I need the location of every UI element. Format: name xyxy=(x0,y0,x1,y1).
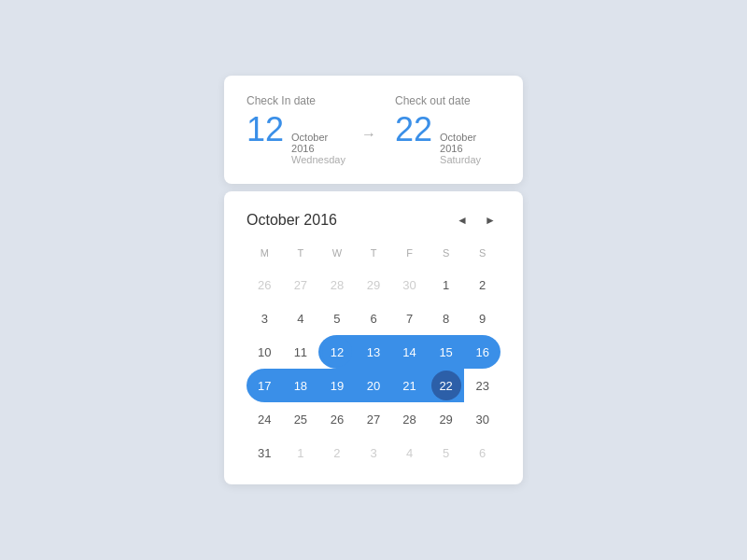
day-29-prev[interactable]: 29 xyxy=(356,268,392,301)
arrow-separator: → xyxy=(352,126,386,143)
checkin-day: 12 xyxy=(247,113,284,147)
calendar-week-1: 26 27 28 29 30 1 2 xyxy=(247,268,500,301)
day-1[interactable]: 1 xyxy=(428,268,465,301)
day-10[interactable]: 10 xyxy=(247,335,283,369)
weekday-wed: W xyxy=(318,247,356,268)
weekday-thu: T xyxy=(356,247,392,268)
day-26-prev[interactable]: 26 xyxy=(247,268,283,301)
day-25[interactable]: 25 xyxy=(283,402,319,436)
day-12-circle: 12 xyxy=(322,337,352,367)
calendar-week-5: 24 25 26 27 28 29 30 xyxy=(247,402,500,436)
day-31[interactable]: 31 xyxy=(247,436,283,469)
day-2[interactable]: 2 xyxy=(464,268,500,301)
day-3[interactable]: 3 xyxy=(247,301,283,335)
checkout-weekday: Saturday xyxy=(440,154,500,165)
checkout-label: Check out date xyxy=(395,94,500,107)
prev-month-button[interactable]: ◄ xyxy=(452,210,472,231)
next-month-button[interactable]: ► xyxy=(480,210,500,231)
day-22-circle: 22 xyxy=(431,371,461,400)
main-container: Check In date 12 October 2016 Wednesday … xyxy=(224,76,523,484)
day-22[interactable]: 22 xyxy=(428,369,465,402)
day-28-prev[interactable]: 28 xyxy=(318,268,356,301)
calendar-grid: M T W T F S S 26 27 28 29 30 1 xyxy=(247,247,500,469)
day-6[interactable]: 6 xyxy=(356,301,392,335)
weekday-tue: T xyxy=(283,247,319,268)
day-6-next[interactable]: 6 xyxy=(464,436,500,469)
checkout-block: Check out date 22 October 2016 Saturday xyxy=(386,94,500,165)
day-30-prev[interactable]: 30 xyxy=(391,268,428,301)
day-9[interactable]: 9 xyxy=(464,301,500,335)
day-16[interactable]: 16 xyxy=(464,335,500,369)
day-24[interactable]: 24 xyxy=(247,402,283,436)
day-19[interactable]: 19 xyxy=(318,369,356,402)
day-7[interactable]: 7 xyxy=(391,301,428,335)
weekday-mon: M xyxy=(247,247,283,268)
day-29[interactable]: 29 xyxy=(428,402,465,436)
day-18[interactable]: 18 xyxy=(283,369,319,402)
calendar-title: October 2016 xyxy=(247,212,337,229)
calendar-week-3: 10 11 12 13 14 15 16 xyxy=(247,335,500,369)
day-21[interactable]: 21 xyxy=(391,369,428,402)
checkout-month: October 2016 xyxy=(440,132,500,154)
day-23[interactable]: 23 xyxy=(464,369,500,402)
day-13[interactable]: 13 xyxy=(356,335,392,369)
calendar-nav: ◄ ► xyxy=(452,210,500,231)
day-26[interactable]: 26 xyxy=(318,402,356,436)
checkin-info: October 2016 Wednesday xyxy=(291,132,352,165)
checkin-label: Check In date xyxy=(247,94,352,107)
weekday-sun: S xyxy=(464,247,500,268)
day-15[interactable]: 15 xyxy=(428,335,465,369)
day-28[interactable]: 28 xyxy=(391,402,428,436)
checkout-info: October 2016 Saturday xyxy=(440,132,500,165)
weekday-sat: S xyxy=(428,247,465,268)
day-14[interactable]: 14 xyxy=(391,335,428,369)
checkout-day: 22 xyxy=(395,113,432,147)
day-27-prev[interactable]: 27 xyxy=(283,268,319,301)
checkin-block: Check In date 12 October 2016 Wednesday xyxy=(247,94,352,165)
calendar-header: October 2016 ◄ ► xyxy=(247,210,500,231)
day-27[interactable]: 27 xyxy=(356,402,392,436)
day-12[interactable]: 12 xyxy=(318,335,356,369)
day-1-next[interactable]: 1 xyxy=(283,436,319,469)
weekday-fri: F xyxy=(391,247,428,268)
calendar-week-6: 31 1 2 3 4 5 6 xyxy=(247,436,500,469)
day-11[interactable]: 11 xyxy=(283,335,319,369)
day-5-next[interactable]: 5 xyxy=(428,436,465,469)
day-4[interactable]: 4 xyxy=(283,301,319,335)
day-30[interactable]: 30 xyxy=(464,402,500,436)
day-2-next[interactable]: 2 xyxy=(318,436,356,469)
day-8[interactable]: 8 xyxy=(428,301,465,335)
checkin-month: October 2016 xyxy=(291,132,352,154)
calendar-week-4: 17 18 19 20 21 22 23 xyxy=(247,369,500,402)
checkin-weekday: Wednesday xyxy=(291,154,352,165)
day-17[interactable]: 17 xyxy=(247,369,283,402)
day-20[interactable]: 20 xyxy=(356,369,392,402)
calendar-week-2: 3 4 5 6 7 8 9 xyxy=(247,301,500,335)
day-5[interactable]: 5 xyxy=(318,301,356,335)
weekday-header-row: M T W T F S S xyxy=(247,247,500,268)
day-4-next[interactable]: 4 xyxy=(391,436,428,469)
day-3-next[interactable]: 3 xyxy=(356,436,392,469)
date-header-card: Check In date 12 October 2016 Wednesday … xyxy=(224,76,523,184)
calendar-card: October 2016 ◄ ► M T W T F S S xyxy=(224,191,523,484)
